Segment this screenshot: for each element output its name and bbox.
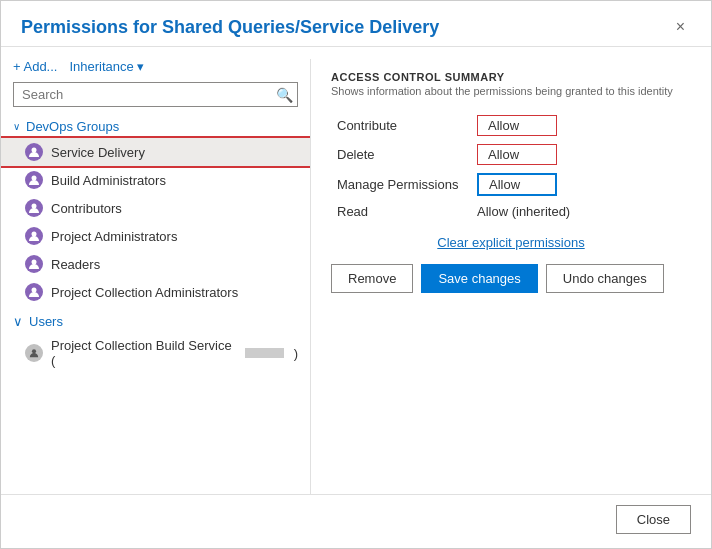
contributors-icon xyxy=(25,199,43,217)
allow-inherited-read: Allow (inherited) xyxy=(477,204,570,219)
list-item-project-administrators[interactable]: Project Administrators xyxy=(1,222,310,250)
list-item-label: Service Delivery xyxy=(51,145,145,160)
dialog-header: Permissions for Shared Queries/Service D… xyxy=(1,1,711,47)
list-item-label: Project Collection Build Service ( xyxy=(51,338,235,368)
clear-permissions-link[interactable]: Clear explicit permissions xyxy=(331,235,691,250)
allow-box-manage: Allow xyxy=(477,173,557,196)
allow-box-delete: Allow xyxy=(477,144,557,165)
perm-label-delete: Delete xyxy=(331,140,471,169)
close-button[interactable]: Close xyxy=(616,505,691,534)
table-row-contribute: Contribute Allow xyxy=(331,111,691,140)
dialog-title: Permissions for Shared Queries/Service D… xyxy=(21,17,439,38)
users-chevron: ∨ xyxy=(13,314,23,329)
build-admin-icon xyxy=(25,171,43,189)
list-item-label: Project Administrators xyxy=(51,229,177,244)
access-summary-subtitle: Shows information about the permissions … xyxy=(331,85,691,97)
access-summary-title: ACCESS CONTROL SUMMARY xyxy=(331,71,691,83)
search-input[interactable] xyxy=(14,83,297,106)
service-delivery-icon xyxy=(25,143,43,161)
perm-value-delete: Allow xyxy=(471,140,691,169)
users-group-header[interactable]: ∨ Users xyxy=(1,310,310,333)
svg-point-6 xyxy=(32,349,36,353)
dialog-body: + Add... Inheritance ▾ 🔍 ∨ xyxy=(1,47,711,494)
dialog-footer: Close xyxy=(1,494,711,548)
action-buttons: Remove Save changes Undo changes xyxy=(331,264,691,293)
list-item-label: Readers xyxy=(51,257,100,272)
svg-point-0 xyxy=(32,148,37,153)
list-item-project-collection-administrators[interactable]: Project Collection Administrators xyxy=(1,278,310,306)
list-item-service-delivery[interactable]: Service Delivery xyxy=(1,138,310,166)
project-admin-icon xyxy=(25,227,43,245)
save-changes-button[interactable]: Save changes xyxy=(421,264,537,293)
perm-label-contribute: Contribute xyxy=(331,111,471,140)
users-group-label: Users xyxy=(29,314,63,329)
search-icon: 🔍 xyxy=(276,87,293,103)
perm-value-contribute: Allow xyxy=(471,111,691,140)
list-item-label: Project Collection Administrators xyxy=(51,285,238,300)
list-item-label: Build Administrators xyxy=(51,173,166,188)
list-item-readers[interactable]: Readers xyxy=(1,250,310,278)
devops-group-label: DevOps Groups xyxy=(26,119,119,134)
permissions-dialog: Permissions for Shared Queries/Service D… xyxy=(0,0,712,549)
right-panel: ACCESS CONTROL SUMMARY Shows information… xyxy=(311,59,711,494)
list-item-contributors[interactable]: Contributors xyxy=(1,194,310,222)
readers-icon xyxy=(25,255,43,273)
toolbar: + Add... Inheritance ▾ xyxy=(1,59,310,82)
left-panel: + Add... Inheritance ▾ 🔍 ∨ xyxy=(1,59,311,494)
allow-box-contribute: Allow xyxy=(477,115,557,136)
svg-point-5 xyxy=(32,288,37,293)
inheritance-label: Inheritance xyxy=(69,59,133,74)
list-item-suffix xyxy=(245,348,284,358)
pcbs-icon xyxy=(25,344,43,362)
undo-changes-button[interactable]: Undo changes xyxy=(546,264,664,293)
inheritance-button[interactable]: Inheritance ▾ xyxy=(69,59,143,74)
permissions-table: Contribute Allow Delete Allow Manage Per… xyxy=(331,111,691,223)
devops-chevron: ∨ xyxy=(13,121,20,132)
table-row-delete: Delete Allow xyxy=(331,140,691,169)
perm-label-manage: Manage Permissions xyxy=(331,169,471,200)
svg-point-2 xyxy=(32,204,37,209)
list-item-close: ) xyxy=(294,346,298,361)
search-box: 🔍 xyxy=(1,82,310,115)
remove-button[interactable]: Remove xyxy=(331,264,413,293)
perm-label-read: Read xyxy=(331,200,471,223)
list-item-build-administrators[interactable]: Build Administrators xyxy=(1,166,310,194)
inheritance-chevron: ▾ xyxy=(137,59,144,74)
group-list: ∨ DevOps Groups Service Delivery xyxy=(1,115,310,482)
table-row-manage-permissions: Manage Permissions Allow xyxy=(331,169,691,200)
list-item-pcbs[interactable]: Project Collection Build Service () xyxy=(1,333,310,373)
dialog-close-button[interactable]: × xyxy=(670,17,691,37)
table-row-read: Read Allow (inherited) xyxy=(331,200,691,223)
add-button[interactable]: + Add... xyxy=(13,59,57,74)
perm-value-manage: Allow xyxy=(471,169,691,200)
pca-icon xyxy=(25,283,43,301)
svg-point-4 xyxy=(32,260,37,265)
search-wrapper: 🔍 xyxy=(13,82,298,107)
perm-value-read: Allow (inherited) xyxy=(471,200,691,223)
search-icon-button[interactable]: 🔍 xyxy=(276,87,293,103)
svg-point-1 xyxy=(32,176,37,181)
svg-point-3 xyxy=(32,232,37,237)
devops-group-header[interactable]: ∨ DevOps Groups xyxy=(1,115,310,138)
list-item-label: Contributors xyxy=(51,201,122,216)
